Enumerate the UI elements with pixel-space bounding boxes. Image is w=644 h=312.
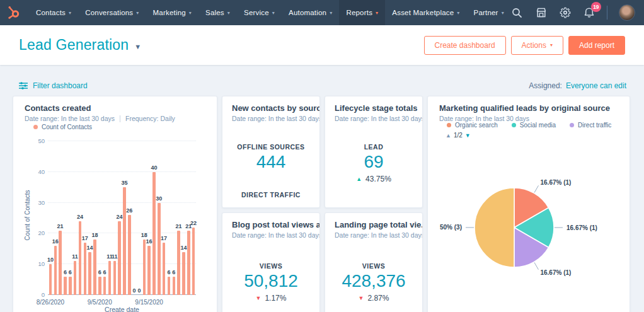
bar-8/31/2020[interactable] xyxy=(74,261,77,295)
bar-8/27/2020[interactable] xyxy=(54,246,57,295)
bar-9/16/2020[interactable] xyxy=(152,172,156,295)
bar-9/23/2020[interactable] xyxy=(187,231,190,295)
metric-label: VIEWS xyxy=(222,262,319,270)
nav-divider xyxy=(607,6,607,20)
bar-value-label: 17 xyxy=(156,235,172,241)
bar-9/24/2020[interactable] xyxy=(192,228,195,295)
chevron-down-icon: ▼ xyxy=(134,43,141,50)
filter-bar: Filter dashboard Assigned: Everyone can … xyxy=(0,79,644,93)
bar-8/29/2020[interactable] xyxy=(64,277,67,295)
blog-post-views-card: Blog post total views a... Date range: I… xyxy=(222,212,320,312)
bar-9/22/2020[interactable] xyxy=(182,252,185,295)
pie-leader-line xyxy=(534,262,538,269)
bar-8/26/2020[interactable] xyxy=(49,264,52,295)
notification-badge: 19 xyxy=(591,2,601,12)
create-dashboard-button[interactable]: Create dashboard xyxy=(424,36,506,55)
bar-9/3/2020[interactable] xyxy=(88,252,91,295)
pie-slice-label: 16.67% (1) xyxy=(541,179,572,186)
assigned-permission-link[interactable]: Everyone can edit xyxy=(566,81,626,90)
sprocket-icon xyxy=(6,5,21,20)
x-tick-label: 8/26/2020 xyxy=(28,299,72,306)
x-tick-label: 9/15/2020 xyxy=(127,299,171,306)
x-tick-label: 9/5/2020 xyxy=(78,299,122,306)
y-tick-label: 50 xyxy=(26,137,45,144)
x-axis-title: Create date xyxy=(48,306,196,312)
nav-item-partner[interactable]: Partner▾ xyxy=(467,0,511,25)
bar-9/10/2020[interactable] xyxy=(123,187,126,295)
new-contacts-by-source-card: New contacts by source Date range: In th… xyxy=(222,96,320,208)
notifications-bell-icon[interactable]: 19 xyxy=(583,6,595,19)
chart-legend[interactable]: Count of Contacts xyxy=(33,124,92,130)
bar-9/7/2020[interactable] xyxy=(108,261,112,295)
landing-page-views-card: Landing page total vie... Date range: In… xyxy=(325,212,423,312)
metric-delta: ▲ 43.75% xyxy=(325,175,422,183)
nav-item-sales[interactable]: Sales▾ xyxy=(198,0,237,25)
bar-9/5/2020[interactable] xyxy=(98,277,101,295)
pie-chart: 16.67% (1)16.67% (1)16.67% (1)50% (3) xyxy=(428,96,630,312)
settings-gear-icon[interactable] xyxy=(559,6,572,19)
chevron-down-icon: ▾ xyxy=(189,10,192,16)
nav-item-reports[interactable]: Reports▾ xyxy=(339,0,385,25)
dashboard-header: Lead Generation ▼ Create dashboard Actio… xyxy=(0,25,644,65)
metric-value: 428,376 xyxy=(325,271,422,291)
pie-slice-3[interactable] xyxy=(474,188,514,267)
actions-button[interactable]: Actions▾ xyxy=(511,36,563,55)
card-title: Lifecycle stage totals xyxy=(335,103,418,113)
trend-down-icon: ▼ xyxy=(359,295,364,301)
bar-9/8/2020[interactable] xyxy=(113,261,117,295)
nav-item-contacts[interactable]: Contacts▾ xyxy=(29,0,78,25)
delta-value: 43.75% xyxy=(365,175,391,183)
hubspot-logo[interactable] xyxy=(0,0,29,25)
gridline xyxy=(48,141,196,141)
nav-item-service[interactable]: Service▾ xyxy=(237,0,282,25)
bar-value-label: 21 xyxy=(52,223,69,229)
hubspot-dashboard: Contacts▾ Conversations▾ Marketing▾ Sale… xyxy=(0,0,644,312)
bar-9/17/2020[interactable] xyxy=(158,203,161,295)
bar-value-label: 24 xyxy=(72,214,88,220)
bar-8/30/2020[interactable] xyxy=(69,277,72,295)
nav-item-marketing[interactable]: Marketing▾ xyxy=(146,0,199,25)
bar-9/15/2020[interactable] xyxy=(147,246,151,295)
bar-8/28/2020[interactable] xyxy=(59,231,62,295)
delta-value: 1.17% xyxy=(265,294,286,303)
chevron-down-icon: ▾ xyxy=(330,10,332,16)
chevron-down-icon: ▾ xyxy=(136,10,139,16)
nav-label: Contacts xyxy=(36,9,66,16)
actions-label: Actions xyxy=(522,41,546,50)
bar-9/21/2020[interactable] xyxy=(177,231,180,295)
bar-9/9/2020[interactable] xyxy=(118,221,121,295)
nav-menu: Contacts▾ Conversations▾ Marketing▾ Sale… xyxy=(29,0,511,25)
user-avatar[interactable] xyxy=(619,4,635,21)
bar-9/6/2020[interactable] xyxy=(103,277,106,295)
metric-label: LEAD xyxy=(325,143,422,151)
nav-item-conversations[interactable]: Conversations▾ xyxy=(78,0,146,25)
card-title: New contacts by source xyxy=(232,103,320,113)
card-title: Blog post total views a... xyxy=(232,220,320,229)
trend-up-icon: ▲ xyxy=(356,176,362,182)
date-range-label: Date range: In the last 30 days xyxy=(25,115,115,122)
bar-9/14/2020[interactable] xyxy=(143,240,146,295)
bar-9/11/2020[interactable] xyxy=(128,215,131,295)
marketplace-icon[interactable] xyxy=(535,6,548,19)
card-title: Landing page total vie... xyxy=(335,220,423,229)
bar-9/4/2020[interactable] xyxy=(93,240,96,295)
lifecycle-stage-totals-card: Lifecycle stage totals Date range: In th… xyxy=(325,96,423,208)
chevron-down-icon: ▾ xyxy=(457,10,459,16)
add-report-button[interactable]: Add report xyxy=(568,36,625,55)
nav-item-asset-marketplace[interactable]: Asset Marketplace▾ xyxy=(385,0,466,25)
pie-slice-label: 16.67% (1) xyxy=(566,224,597,231)
nav-utilities: 19 xyxy=(511,0,644,25)
bar-9/19/2020[interactable] xyxy=(168,277,171,295)
bar-9/20/2020[interactable] xyxy=(173,277,176,295)
search-icon[interactable] xyxy=(511,6,524,19)
nav-item-automation[interactable]: Automation▾ xyxy=(282,0,339,25)
bar-9/1/2020[interactable] xyxy=(79,221,82,295)
metric-label: OFFLINE SOURCES xyxy=(222,143,319,151)
filter-dashboard-button[interactable]: Filter dashboard xyxy=(19,81,88,90)
filter-dashboard-label: Filter dashboard xyxy=(33,81,88,90)
gridline xyxy=(48,202,196,203)
card-subtitle: Date range: In the last 30 days Frequenc… xyxy=(25,115,175,122)
dashboard-title-dropdown[interactable]: Lead Generation ▼ xyxy=(19,37,141,54)
legend-dot xyxy=(33,125,38,129)
metric-delta: ▼ 1.17% xyxy=(222,294,319,303)
